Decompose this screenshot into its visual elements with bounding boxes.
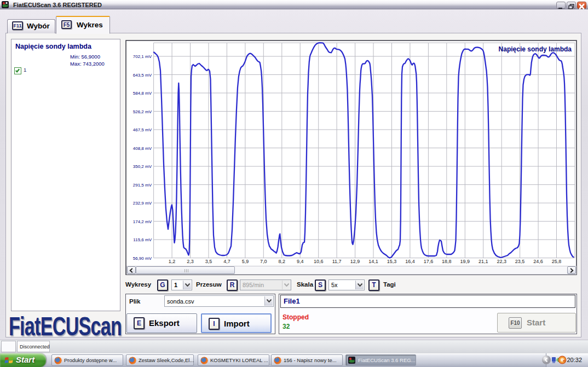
svg-text:15,3: 15,3	[387, 259, 397, 264]
svg-text:21,1: 21,1	[479, 259, 488, 264]
svg-text:23,5: 23,5	[515, 259, 525, 264]
svg-text:526,2 mV: 526,2 mV	[133, 109, 152, 114]
svg-text:5,9: 5,9	[242, 259, 249, 264]
svg-text:2,3: 2,3	[187, 259, 194, 264]
svg-text:19,9: 19,9	[460, 259, 470, 264]
svg-text:11,7: 11,7	[332, 259, 342, 264]
svg-text:14,1: 14,1	[368, 259, 378, 264]
svg-text:9,4: 9,4	[297, 259, 304, 264]
svg-text:3,5: 3,5	[205, 259, 212, 264]
svg-text:16,4: 16,4	[405, 259, 415, 264]
svg-text:232,9 mV: 232,9 mV	[133, 201, 152, 206]
svg-text:643,5 mV: 643,5 mV	[133, 73, 152, 78]
svg-text:408,8 mV: 408,8 mV	[133, 146, 152, 151]
svg-text:22,3: 22,3	[497, 259, 506, 264]
svg-text:1,2: 1,2	[169, 259, 176, 264]
svg-text:350,2 mV: 350,2 mV	[133, 164, 152, 169]
svg-text:17,6: 17,6	[424, 259, 434, 264]
svg-text:467,5 mV: 467,5 mV	[133, 127, 152, 132]
svg-text:4,7: 4,7	[223, 259, 230, 264]
svg-text:25,8: 25,8	[552, 259, 562, 264]
svg-text:7,0: 7,0	[260, 259, 267, 264]
svg-text:56,90 mV: 56,90 mV	[133, 256, 152, 261]
svg-text:8,2: 8,2	[279, 259, 286, 264]
svg-text:24,6: 24,6	[533, 259, 543, 264]
svg-text:Napięcie sondy lambda: Napięcie sondy lambda	[499, 45, 572, 53]
svg-text:10,6: 10,6	[314, 259, 324, 264]
svg-text:702,1 mV: 702,1 mV	[133, 54, 152, 59]
svg-text:18,8: 18,8	[442, 259, 452, 264]
svg-text:12,9: 12,9	[350, 259, 360, 264]
svg-text:115,6 mV: 115,6 mV	[133, 237, 152, 242]
svg-text:174,2 mV: 174,2 mV	[133, 219, 152, 224]
svg-text:584,8 mV: 584,8 mV	[133, 91, 152, 96]
svg-text:291,5 mV: 291,5 mV	[133, 183, 152, 188]
